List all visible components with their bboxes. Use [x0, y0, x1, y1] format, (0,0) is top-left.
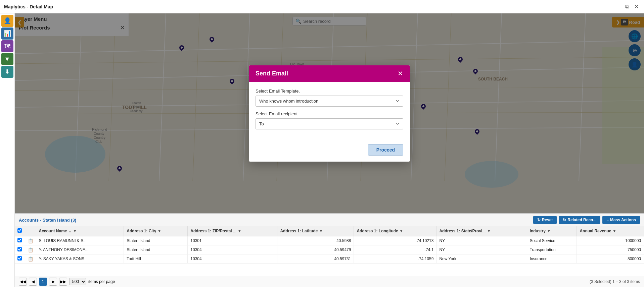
row-checkbox-cell — [15, 254, 25, 264]
first-page-button[interactable]: ◀◀ — [19, 278, 27, 286]
lat-header: Address 1: Latitude ▼ — [277, 226, 354, 236]
data-table: Account Name ▲ ▼ Address 1: City ▼ — [15, 226, 644, 264]
email-recipient-select[interactable]: To CC BCC — [256, 118, 403, 129]
icon-col-header — [25, 226, 36, 236]
row-city-0: Staten Island — [124, 236, 188, 245]
city-header: Address 1: City ▼ — [124, 226, 188, 236]
pagination-bar: ◀◀ ◀ 1 ▶ ▶▶ 500 100 50 items per page (3… — [15, 276, 644, 287]
row-zip-0: 10301 — [188, 236, 277, 245]
lat-filter-icon[interactable]: ▼ — [319, 229, 323, 233]
revenue-filter-icon[interactable]: ▼ — [612, 229, 616, 233]
grid-actions: ↻ Reset ↻ Related Reco... – Mass Actions — [533, 216, 640, 224]
zip-filter-icon[interactable]: ▼ — [238, 229, 241, 233]
row-icon-cell: 📋 — [25, 236, 36, 245]
table-header: Account Name ▲ ▼ Address 1: City ▼ — [15, 226, 644, 236]
row-industry-2: Insurance — [527, 254, 577, 264]
row-account-name-2: Y. SAKY YAKAS & SONS — [36, 254, 124, 264]
state-filter-icon[interactable]: ▼ — [487, 229, 491, 233]
row-industry-0: Social Service — [527, 236, 577, 245]
table-row: 📋 Y. ANTHONY DESIMONE... Staten Island 1… — [15, 245, 644, 254]
row-lon-2: -74.1059 — [354, 254, 436, 264]
content-area: TODT HILL SOUTH BEACH Richmond County Co… — [15, 13, 644, 287]
lon-label: Address 1: Longitude — [357, 229, 398, 233]
select-all-checkbox[interactable] — [17, 228, 22, 233]
grid-table-wrapper: Account Name ▲ ▼ Address 1: City ▼ — [15, 226, 644, 276]
grid-header-bar: Accounts - Staten island (3) ↻ Reset ↻ R… — [15, 214, 644, 226]
restore-button[interactable]: ⧉ — [624, 2, 630, 11]
next-page-button[interactable]: ▶ — [49, 278, 57, 286]
row-lat-2: 40.59731 — [277, 254, 354, 264]
record-icon-2: 📋 — [28, 256, 33, 262]
record-icon-1: 📋 — [28, 247, 33, 252]
modal-title: Send Email — [256, 70, 288, 77]
sidebar-user-button[interactable]: 👤 — [1, 15, 13, 27]
table-row: 📋 Y. SAKY YAKAS & SONS Todt Hill 10304 4… — [15, 254, 644, 264]
title-bar-controls: ⧉ ✕ — [624, 2, 640, 11]
last-page-button[interactable]: ▶▶ — [59, 278, 67, 286]
row-zip-2: 10304 — [188, 254, 277, 264]
state-header: Address 1: State/Provi... ▼ — [436, 226, 527, 236]
account-name-filter-icon[interactable]: ▼ — [73, 229, 77, 233]
items-per-page-select[interactable]: 500 100 50 — [69, 278, 86, 285]
row-lon-1: -74.1 — [354, 245, 436, 254]
modal-close-button[interactable]: ✕ — [398, 70, 403, 77]
row-icon-cell: 📋 — [25, 245, 36, 254]
map-layer-icon: 🗺 — [4, 43, 10, 50]
revenue-header: Annual Revenue ▼ — [577, 226, 644, 236]
row-checkbox-2[interactable] — [17, 256, 22, 261]
row-account-name-0: S. LOUIS RAMUNNI & S... — [36, 236, 124, 245]
sidebar: 👤 📊 🗺 ▼ ⬇ — [0, 13, 15, 287]
grid-title[interactable]: Accounts - Staten island (3) — [19, 218, 76, 223]
proceed-button[interactable]: Proceed — [368, 144, 403, 156]
related-icon: ↻ — [563, 218, 566, 222]
related-label: Related Reco... — [567, 218, 596, 222]
row-checkbox-cell — [15, 245, 25, 254]
row-state-0: NY — [436, 236, 527, 245]
row-industry-1: Transportation — [527, 245, 577, 254]
account-name-header: Account Name ▲ ▼ — [36, 226, 124, 236]
download-icon: ⬇ — [5, 68, 10, 75]
row-checkbox-0[interactable] — [17, 238, 22, 242]
map-area: TODT HILL SOUTH BEACH Richmond County Co… — [15, 13, 644, 213]
modal-footer: Proceed — [249, 141, 410, 162]
account-name-label: Account Name — [39, 229, 67, 233]
industry-label: Industry — [530, 229, 546, 233]
close-window-button[interactable]: ✕ — [633, 2, 640, 11]
lon-filter-icon[interactable]: ▼ — [400, 229, 403, 233]
table-body: 📋 S. LOUIS RAMUNNI & S... Staten Island … — [15, 236, 644, 264]
row-state-1: NY — [436, 245, 527, 254]
send-email-modal: Send Email ✕ Select Email Template. Who … — [249, 65, 410, 162]
email-template-select[interactable]: Who knows whom introduction Welcome Emai… — [256, 96, 403, 107]
row-icon-cell: 📋 — [25, 254, 36, 264]
row-revenue-1: 750000 — [577, 245, 644, 254]
industry-filter-icon[interactable]: ▼ — [547, 229, 551, 233]
prev-page-button[interactable]: ◀ — [29, 278, 37, 286]
page-1-button[interactable]: 1 — [39, 278, 47, 286]
mass-actions-button[interactable]: – Mass Actions — [602, 216, 640, 224]
sidebar-filter-button[interactable]: ▼ — [1, 53, 13, 65]
row-lat-1: 40.59479 — [277, 245, 354, 254]
sidebar-maplayer-button[interactable]: 🗺 — [1, 40, 13, 52]
record-icon-0: 📋 — [28, 238, 33, 243]
reset-button[interactable]: ↻ Reset — [533, 216, 557, 224]
layers-icon: 📊 — [4, 30, 11, 37]
template-label: Select Email Template. — [256, 89, 403, 94]
modal-body: Select Email Template. Who knows whom in… — [249, 82, 410, 141]
city-filter-icon[interactable]: ▼ — [157, 229, 161, 233]
mass-icon: – — [606, 218, 609, 222]
title-bar: Maplytics - Detail Map ⧉ ✕ — [0, 0, 644, 13]
reset-icon: ↻ — [537, 218, 541, 222]
modal-overlay: Send Email ✕ Select Email Template. Who … — [15, 13, 644, 213]
row-account-name-1: Y. ANTHONY DESIMONE... — [36, 245, 124, 254]
filter-icon: ▼ — [4, 56, 10, 63]
sidebar-download-button[interactable]: ⬇ — [1, 66, 13, 78]
lon-header: Address 1: Longitude ▼ — [354, 226, 436, 236]
row-city-1: Staten Island — [124, 245, 188, 254]
related-records-button[interactable]: ↻ Related Reco... — [559, 216, 600, 224]
sidebar-layers-button[interactable]: 📊 — [1, 27, 13, 40]
account-name-sort-icon[interactable]: ▲ — [68, 229, 72, 233]
modal-header: Send Email ✕ — [249, 65, 410, 82]
row-checkbox-1[interactable] — [17, 247, 22, 251]
row-revenue-2: 800000 — [577, 254, 644, 264]
main-layout: 👤 📊 🗺 ▼ ⬇ — [0, 13, 644, 287]
